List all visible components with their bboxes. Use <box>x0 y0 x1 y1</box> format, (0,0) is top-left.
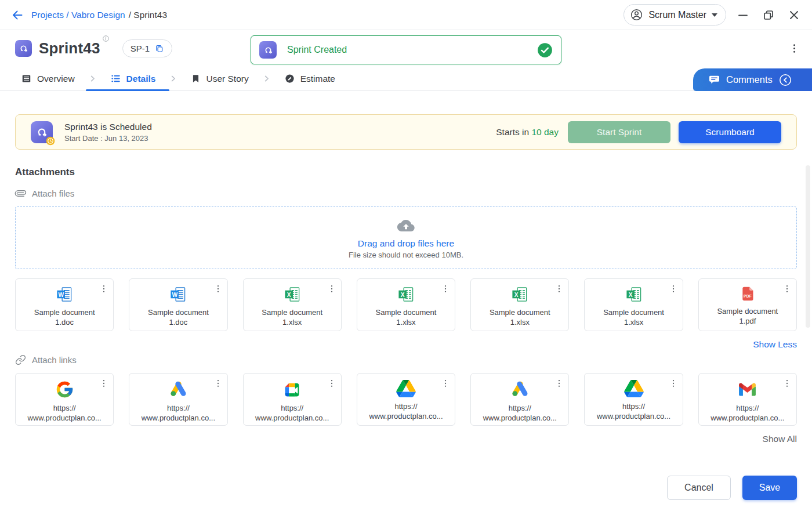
chat-icon <box>708 74 720 86</box>
tab-details[interactable]: Details <box>101 67 165 90</box>
google-meet-icon <box>282 380 302 399</box>
file-name: Sample document1.pdf <box>717 306 778 326</box>
card-menu-button[interactable] <box>554 379 564 388</box>
dropzone-title: Drag and drop files here <box>358 238 454 249</box>
file-dropzone[interactable]: Drag and drop files here File size shoul… <box>15 206 797 269</box>
link-url: https://www.productplan.co... <box>369 401 443 421</box>
save-button[interactable]: Save <box>742 476 797 500</box>
word-icon: W <box>55 285 74 303</box>
back-arrow-icon <box>10 8 24 22</box>
link-url: https://www.productplan.co... <box>483 403 557 423</box>
card-menu-button[interactable] <box>327 284 336 293</box>
tab-estimate[interactable]: Estimate <box>275 67 345 90</box>
file-name: Sample document1.doc <box>34 307 95 327</box>
link-card[interactable]: https://www.productplan.co... <box>698 373 797 426</box>
link-icon <box>15 354 26 365</box>
card-menu-button[interactable] <box>782 284 792 293</box>
chevron-down-icon <box>712 13 717 17</box>
file-card[interactable]: XSample document1.xlsx <box>357 278 455 331</box>
scrollbar-thumb[interactable] <box>806 165 810 328</box>
card-menu-button[interactable] <box>213 284 223 293</box>
sprint-id-badge[interactable]: SP-1 <box>122 39 172 57</box>
file-card[interactable]: WSample document1.doc <box>15 278 114 331</box>
sprint-created-text: Sprint Created <box>287 45 347 55</box>
collapse-chevron-icon <box>778 73 792 87</box>
tab-user-story-label: User Story <box>206 74 248 84</box>
schedule-start-date: Start Date : Jun 13, 2023 <box>64 134 152 143</box>
restore-button[interactable] <box>760 6 777 24</box>
role-selector[interactable]: Scrum Master <box>624 4 726 26</box>
sprint-header: Sprint43 SP-1 Sprint Created <box>0 30 812 67</box>
countdown-value: 10 day <box>531 127 559 137</box>
link-card[interactable]: https://www.productplan.co... <box>470 373 569 426</box>
show-less-link[interactable]: Show Less <box>753 339 797 350</box>
svg-text:W: W <box>59 292 64 298</box>
card-menu-button[interactable] <box>99 284 108 293</box>
sprint-created-banner: Sprint Created <box>251 35 561 64</box>
link-card[interactable]: https://www.productplan.co... <box>243 373 342 426</box>
file-card[interactable]: XSample document1.xlsx <box>470 278 569 331</box>
file-name: Sample document1.xlsx <box>603 307 664 327</box>
comments-button[interactable]: Comments <box>693 68 812 91</box>
countdown-prefix: Starts in <box>496 127 529 137</box>
link-url: https://www.productplan.co... <box>710 403 784 423</box>
file-card[interactable]: XSample document1.xlsx <box>584 278 683 331</box>
file-card[interactable]: PDFSample document1.pdf <box>698 278 797 331</box>
chevron-right-icon <box>89 75 96 82</box>
card-menu-button[interactable] <box>441 284 450 293</box>
info-icon[interactable] <box>102 35 110 42</box>
file-card[interactable]: XSample document1.xlsx <box>243 278 342 331</box>
restore-icon <box>763 9 774 21</box>
card-menu-button[interactable] <box>441 379 450 388</box>
file-card[interactable]: WSample document1.doc <box>129 278 227 331</box>
back-button[interactable] <box>8 6 27 24</box>
card-menu-button[interactable] <box>782 379 792 388</box>
footer-actions: Cancel Save <box>667 476 797 500</box>
schedule-title: Sprint43 is Scheduled <box>64 122 152 132</box>
tab-overview[interactable]: Overview <box>21 67 84 90</box>
google-drive-icon <box>396 380 416 397</box>
tab-user-story[interactable]: User Story <box>182 67 258 90</box>
card-menu-button[interactable] <box>327 379 336 388</box>
excel-icon: X <box>283 285 302 303</box>
google-icon <box>55 380 74 399</box>
card-menu-button[interactable] <box>554 284 564 293</box>
header-menu-button[interactable] <box>785 40 803 57</box>
tab-bar: Overview Details User Story Estimate Com… <box>0 67 812 91</box>
svg-text:PDF: PDF <box>744 294 752 298</box>
sprint-icon <box>259 41 277 59</box>
breadcrumb-link[interactable]: Projects / Vabro Design <box>31 10 125 20</box>
start-sprint-button[interactable]: Start Sprint <box>568 121 670 143</box>
clock-badge-icon <box>46 136 55 146</box>
link-url: https://www.productplan.co... <box>142 403 215 423</box>
page-title: Sprint43 <box>39 39 100 57</box>
svg-text:X: X <box>628 292 632 298</box>
card-menu-button[interactable] <box>99 379 108 388</box>
dropzone-hint: File size should not exceed 10MB. <box>349 251 463 259</box>
attach-links-label: Attach links <box>32 355 77 365</box>
scrumboard-button[interactable]: Scrumboard <box>679 121 781 143</box>
google-ads-icon <box>169 380 188 399</box>
card-menu-button[interactable] <box>669 284 678 293</box>
user-icon <box>630 8 643 21</box>
svg-text:X: X <box>401 292 405 298</box>
link-url: https://www.productplan.co... <box>597 401 670 421</box>
close-button[interactable] <box>785 6 803 24</box>
sprint-icon <box>15 40 32 57</box>
copy-icon[interactable] <box>154 44 164 53</box>
sprint-id-label: SP-1 <box>130 44 150 53</box>
link-card-grid: https://www.productplan.co...https://www… <box>15 373 797 426</box>
minimize-button[interactable] <box>734 6 752 24</box>
google-drive-icon <box>624 380 644 397</box>
show-all-link[interactable]: Show All <box>763 434 797 444</box>
cancel-button[interactable]: Cancel <box>667 476 731 500</box>
link-card[interactable]: https://www.productplan.co... <box>357 373 455 426</box>
link-card[interactable]: https://www.productplan.co... <box>15 373 114 426</box>
card-menu-button[interactable] <box>213 379 223 388</box>
link-card[interactable]: https://www.productplan.co... <box>129 373 227 426</box>
link-card[interactable]: https://www.productplan.co... <box>584 373 683 426</box>
details-icon <box>110 73 121 84</box>
card-menu-button[interactable] <box>669 379 678 388</box>
file-card-grid: WSample document1.docWSample document1.d… <box>15 278 797 331</box>
chevron-right-icon <box>169 75 177 82</box>
